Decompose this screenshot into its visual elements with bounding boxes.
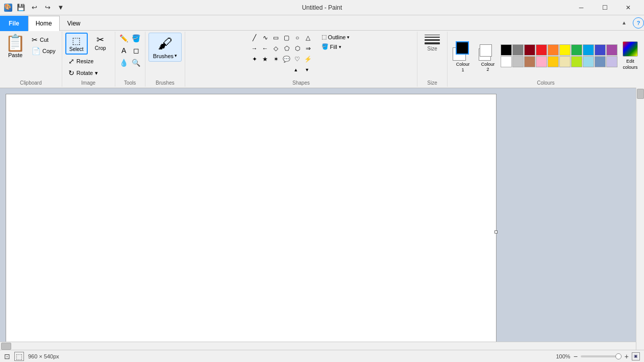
fill-tool[interactable]: 🪣 xyxy=(131,33,142,44)
shape-star5[interactable]: ★ xyxy=(260,54,270,64)
tools-label: Tools xyxy=(124,80,136,86)
crop-button[interactable]: ✂ Crop xyxy=(89,33,112,55)
shape-diagonal-line[interactable]: ╱ xyxy=(250,33,260,43)
outline-button[interactable]: ⬚ Outline ▾ xyxy=(318,33,353,41)
collapse-ribbon-button[interactable]: ▲ xyxy=(618,17,630,29)
canvas-handle-rightcenter[interactable] xyxy=(494,230,498,234)
eraser-tool[interactable]: ◻ xyxy=(131,45,142,56)
shape-triangle[interactable]: △ xyxy=(303,33,313,43)
zoom-slider[interactable] xyxy=(581,355,622,357)
pencil-tool[interactable]: ✏️ xyxy=(118,33,130,44)
palette-swatch[interactable] xyxy=(571,56,582,67)
shapes-scroll-up[interactable]: ▲ xyxy=(291,65,301,75)
shape-diamond[interactable]: ◇ xyxy=(271,43,281,54)
maximize-button[interactable]: ☐ xyxy=(593,0,616,15)
resize-button[interactable]: ⤢ Resize xyxy=(65,56,97,66)
shape-star6[interactable]: ✶ xyxy=(271,54,281,64)
shape-lightning[interactable]: ⚡ xyxy=(303,54,313,64)
palette-swatch[interactable] xyxy=(548,44,559,56)
copy-button[interactable]: 📄 Copy xyxy=(29,46,59,56)
size-button[interactable]: Size xyxy=(420,33,444,54)
image-group: ⬚ Select ✂ Crop ⤢ Resize ↻ Rotate ▾ xyxy=(62,32,115,87)
minimize-button[interactable]: ─ xyxy=(569,0,593,15)
shape-pentagon[interactable]: ⬠ xyxy=(282,43,292,54)
rotate-icon: ↻ xyxy=(68,69,75,77)
palette-swatch[interactable] xyxy=(606,56,617,67)
magnifier-tool[interactable]: 🔍 xyxy=(131,57,142,68)
customize-quick-access[interactable]: ▼ xyxy=(55,2,66,13)
fill-dropdown: ▾ xyxy=(339,44,341,49)
cut-button[interactable]: ✂ Cut xyxy=(29,35,59,45)
shape-callout[interactable]: 💬 xyxy=(282,54,292,64)
palette-swatch[interactable] xyxy=(583,44,594,56)
shape-curve[interactable]: ∿ xyxy=(260,33,270,43)
palette-swatch[interactable] xyxy=(512,56,524,67)
palette-swatch[interactable] xyxy=(571,44,582,56)
zoom-plus-button[interactable]: + xyxy=(625,352,629,360)
palette-swatch[interactable] xyxy=(536,56,547,67)
shapes-label: Shapes xyxy=(292,80,310,86)
cut-label: Cut xyxy=(40,37,48,43)
copy-icon: 📄 xyxy=(32,47,40,55)
palette-swatch[interactable] xyxy=(512,44,524,56)
palette-swatch[interactable] xyxy=(559,44,571,56)
palette-swatch[interactable] xyxy=(595,44,606,56)
tab-view[interactable]: View xyxy=(60,16,88,31)
palette-swatch[interactable] xyxy=(548,56,559,67)
shape-arrow-left[interactable]: ← xyxy=(260,43,270,54)
paste-button[interactable]: 📋 Paste xyxy=(3,33,28,60)
help-button[interactable]: ? xyxy=(633,17,644,29)
palette-swatch[interactable] xyxy=(583,56,594,67)
shape-rounded-rect[interactable]: ▢ xyxy=(282,33,292,43)
fill-button[interactable]: 🪣 Fill ▾ xyxy=(318,42,353,51)
rotate-label: Rotate xyxy=(77,70,93,76)
zoom-thumb[interactable] xyxy=(615,353,622,359)
colour1-button[interactable]: Colour1 xyxy=(451,38,475,74)
edit-colours-button[interactable]: Editcolours xyxy=(620,39,641,72)
rotate-dropdown: ▾ xyxy=(95,70,98,76)
shapes-scroll-down[interactable]: ▼ xyxy=(302,65,312,75)
palette-swatch[interactable] xyxy=(536,44,547,56)
palette-swatch[interactable] xyxy=(501,44,512,56)
colours-label: Colours xyxy=(537,80,554,86)
shapes-group-content: ╱ ∿ ▭ ▢ ○ △ → ← ◇ ⬠ ⬡ ⇒ ✦ xyxy=(250,33,353,79)
brushes-group: 🖌 Brushes ▾ Brushes xyxy=(145,32,185,87)
select-button[interactable]: ⬚ Select xyxy=(65,33,88,55)
rotate-button[interactable]: ↻ Rotate ▾ xyxy=(65,68,101,78)
close-button[interactable]: ✕ xyxy=(616,0,640,15)
shape-star4[interactable]: ✦ xyxy=(250,54,260,64)
save-button[interactable]: 💾 xyxy=(15,2,27,13)
colorpicker-tool[interactable]: 💧 xyxy=(118,57,130,68)
shape-hexagon[interactable]: ⬡ xyxy=(292,43,303,54)
horizontal-scrollbar[interactable] xyxy=(0,342,636,350)
text-tool[interactable]: A xyxy=(118,45,130,56)
shape-right-arrow2[interactable]: ⇒ xyxy=(303,43,313,54)
palette-swatch[interactable] xyxy=(524,44,535,56)
palette-swatch[interactable] xyxy=(595,56,606,67)
pln24-badge[interactable]: ▣ xyxy=(632,352,640,360)
tab-home[interactable]: Home xyxy=(28,16,60,31)
palette-swatch[interactable] xyxy=(559,56,571,67)
canvas-area[interactable] xyxy=(0,88,644,350)
palette-row2 xyxy=(501,56,617,67)
paint-canvas[interactable] xyxy=(6,94,496,350)
clipboard-label: Clipboard xyxy=(20,80,42,86)
shape-ellipse[interactable]: ○ xyxy=(292,33,303,43)
canvas-icon: ⬚ xyxy=(14,352,24,361)
palette-swatch[interactable] xyxy=(524,56,535,67)
redo-button[interactable]: ↪ xyxy=(42,2,53,13)
vertical-scrollbar[interactable] xyxy=(636,88,644,350)
palette-swatch[interactable] xyxy=(606,44,617,56)
zoom-minus-button[interactable]: − xyxy=(574,352,578,360)
edit-colours-label: Editcolours xyxy=(623,59,637,70)
size-label: Size xyxy=(427,46,437,51)
shape-heart[interactable]: ♡ xyxy=(292,54,303,64)
shape-arrow-right[interactable]: → xyxy=(250,43,260,54)
palette-swatch[interactable] xyxy=(501,56,512,67)
shape-rectangle[interactable]: ▭ xyxy=(271,33,281,43)
brushes-button[interactable]: 🖌 Brushes ▾ xyxy=(148,33,182,62)
tab-file[interactable]: File xyxy=(0,16,28,31)
window-title: Untitled - Paint xyxy=(302,4,342,11)
undo-button[interactable]: ↩ xyxy=(29,2,40,13)
colour2-button[interactable]: Colour2 xyxy=(477,38,499,74)
